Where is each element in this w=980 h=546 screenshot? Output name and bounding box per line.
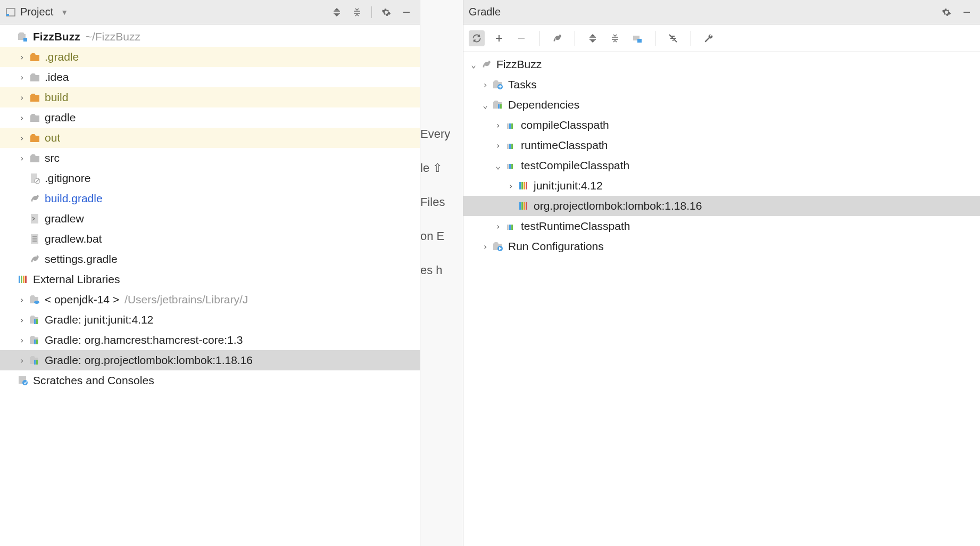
dependency-scope[interactable]: ⌄testCompileClasspath	[463, 155, 980, 176]
svg-rect-9	[19, 276, 20, 283]
project-root[interactable]: · FizzBuzz ~/FizzBuzz	[0, 27, 420, 47]
separator	[575, 31, 575, 46]
tree-arrow-right[interactable]: ›	[492, 221, 504, 231]
svg-rect-4	[23, 38, 27, 42]
svg-rect-44	[519, 182, 521, 189]
gradle-run-configs[interactable]: › Run Configurations	[463, 236, 980, 257]
expand-all-gradle-button[interactable]	[585, 30, 601, 46]
project-tree-item[interactable]: ·settings.gradle	[0, 249, 420, 269]
tree-item-label: gradlew.bat	[45, 233, 102, 245]
svg-point-27	[554, 38, 555, 39]
separator	[371, 6, 372, 18]
tree-item-label: gradle	[45, 111, 76, 124]
tree-arrow-right[interactable]: ›	[16, 93, 28, 103]
dependency-item[interactable]: ·org.projectlombok:lombok:1.18.16	[463, 196, 980, 216]
dependency-scope[interactable]: ›compileClasspath	[463, 115, 980, 135]
tree-arrow-right[interactable]: ›	[492, 140, 504, 151]
tree-arrow-right[interactable]: ›	[479, 242, 491, 252]
add-button[interactable]	[491, 30, 507, 46]
project-tree[interactable]: · FizzBuzz ~/FizzBuzz ›.gradle›.idea›bui…	[0, 24, 420, 546]
tree-item-hint: /Users/jetbrains/Library/J	[124, 293, 248, 306]
svg-rect-53	[509, 225, 511, 230]
external-library-item[interactable]: ›Gradle: junit:junit:4.12	[0, 310, 420, 330]
scratches-consoles[interactable]: · Scratches and Consoles	[0, 370, 420, 391]
project-tree-item[interactable]: ·.gitignore	[0, 168, 420, 188]
tree-arrow-right[interactable]: ›	[16, 113, 28, 123]
toggle-offline-button[interactable]	[665, 30, 681, 46]
tree-item-label: Gradle: junit:junit:4.12	[45, 313, 153, 326]
svg-rect-33	[498, 104, 500, 109]
collapse-all-button[interactable]	[349, 4, 365, 20]
tree-arrow-down[interactable]: ⌄	[468, 60, 479, 70]
gradle-tasks[interactable]: › Tasks	[463, 75, 980, 95]
gradle-tasks-label: Tasks	[508, 78, 537, 91]
dependency-scope[interactable]: ›runtimeClasspath	[463, 135, 980, 155]
tree-arrow-right[interactable]: ›	[16, 355, 28, 366]
tree-arrow-right[interactable]: ›	[16, 52, 28, 62]
build-tool-settings-button[interactable]	[701, 30, 717, 46]
minimize-button[interactable]	[398, 4, 414, 20]
tree-item-label: .gitignore	[45, 172, 90, 185]
project-tree-item[interactable]: ›out	[0, 128, 420, 148]
chevron-down-icon[interactable]: ▼	[61, 8, 68, 16]
external-library-item[interactable]: ›< openjdk-14 >/Users/jetbrains/Library/…	[0, 289, 420, 310]
project-panel-title[interactable]: Project	[20, 6, 53, 18]
tree-arrow-right[interactable]: ›	[505, 181, 517, 191]
refresh-button[interactable]	[469, 30, 485, 46]
file-txt-icon	[28, 232, 41, 246]
tree-arrow-right[interactable]: ›	[16, 315, 28, 325]
external-library-item[interactable]: ›Gradle: org.projectlombok:lombok:1.18.1…	[0, 350, 420, 370]
remove-button[interactable]	[513, 30, 529, 46]
gradle-panel: Gradle	[463, 0, 980, 546]
tree-arrow-right[interactable]: ›	[16, 72, 28, 82]
svg-rect-22	[34, 360, 36, 365]
tree-arrow-right[interactable]: ›	[16, 153, 28, 163]
gradle-minimize-button[interactable]	[959, 4, 975, 20]
tree-item-label: < openjdk-14 >	[45, 293, 119, 306]
project-tree-item[interactable]: ·build.gradle	[0, 188, 420, 209]
dependency-scope[interactable]: ›testRuntimeClasspath	[463, 216, 980, 236]
project-tree-item[interactable]: ›src	[0, 148, 420, 168]
tree-arrow-right[interactable]: ›	[16, 133, 28, 143]
gradle-settings-button[interactable]	[939, 4, 954, 20]
svg-rect-43	[511, 164, 513, 169]
gradle-dependencies[interactable]: ⌄ Dependencies	[463, 95, 980, 115]
project-tree-item[interactable]: ·gradlew	[0, 209, 420, 229]
tree-arrow-right[interactable]: ›	[16, 335, 28, 345]
project-tree-item[interactable]: ›.idea	[0, 67, 420, 87]
svg-rect-39	[509, 144, 511, 149]
gradle-tree[interactable]: ⌄ FizzBuzz › Tasks ⌄ Dependencies	[463, 52, 980, 546]
svg-rect-54	[511, 225, 513, 230]
lib-icon	[28, 353, 41, 367]
show-dependencies-button[interactable]	[629, 30, 645, 46]
external-library-item[interactable]: ›Gradle: org.hamcrest:hamcrest-core:1.3	[0, 330, 420, 350]
collapse-all-gradle-button[interactable]	[607, 30, 623, 46]
lib-icon	[28, 333, 41, 347]
project-tree-item[interactable]: ›build	[0, 87, 420, 107]
dependency-item[interactable]: ›junit:junit:4.12	[463, 176, 980, 196]
gradle-root-label: FizzBuzz	[496, 58, 542, 71]
execute-gradle-button[interactable]	[549, 30, 565, 46]
project-tree-item[interactable]: ·gradlew.bat	[0, 229, 420, 249]
settings-button[interactable]	[378, 4, 394, 20]
tree-item-label: Gradle: org.hamcrest:hamcrest-core:1.3	[45, 334, 243, 346]
tree-item-label: settings.gradle	[45, 253, 118, 266]
tasks-folder-icon	[491, 78, 505, 92]
library-icon	[16, 272, 30, 286]
expand-all-button[interactable]	[329, 4, 345, 20]
tree-arrow-right[interactable]: ›	[492, 120, 504, 130]
tree-item-label: junit:junit:4.12	[534, 179, 603, 192]
tree-arrow-down[interactable]: ⌄	[479, 100, 491, 110]
folder-gray-icon	[28, 111, 41, 125]
tree-arrow-right[interactable]: ›	[16, 295, 28, 305]
tree-arrow-down[interactable]: ⌄	[492, 161, 504, 171]
tree-arrow-right[interactable]: ›	[479, 80, 491, 90]
external-libraries[interactable]: · External Libraries	[0, 269, 420, 289]
gradle-root[interactable]: ⌄ FizzBuzz	[463, 54, 980, 75]
project-tree-item[interactable]: ›gradle	[0, 107, 420, 128]
tree-arrow-none: ·	[505, 201, 517, 211]
separator	[539, 31, 539, 46]
svg-rect-52	[507, 225, 509, 230]
tree-item-label: build	[45, 91, 68, 104]
project-tree-item[interactable]: ›.gradle	[0, 47, 420, 67]
